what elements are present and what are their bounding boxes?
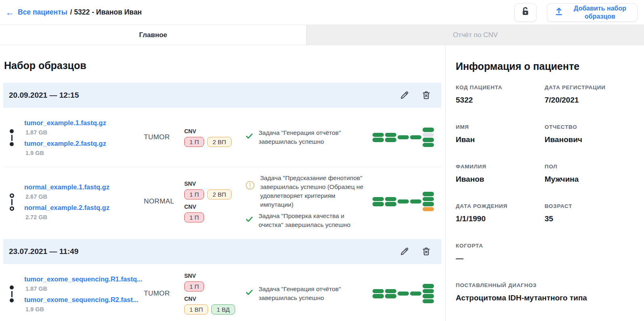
pipeline-status-graphic [373,284,434,303]
patient-field-last-name: ФАМИЛИЯ Иванов [456,164,545,184]
file-size: 1.9 GB [24,150,137,156]
file-marker-dot [10,298,14,302]
sample-row: tumor_example.1.fastq.gz 1.87 GB tumor_e… [3,108,441,167]
file-connector-line [11,135,13,141]
pipeline-status-graphic [373,192,434,211]
file-link[interactable]: normal_example.2.fastq.gz [24,204,137,212]
variant-badge[interactable]: 1 ВД [211,304,235,315]
patient-field-code: КОД ПАЦИЕНТА 5322 [456,84,545,105]
task-status-text: Задача "Генерация отчётов" завершилась у… [259,128,364,146]
success-check-icon [245,132,254,142]
file-link[interactable]: tumor_example.2.fastq.gz [24,139,137,148]
patient-field-sex: ПОЛ Мужчина [545,164,636,184]
sample-group-datetime: 20.09.2021 — 12:15 [9,91,79,100]
patient-field-middle-name: ОТЧЕСТВО Иванович [545,124,636,144]
task-statuses: Задача "Предсказание фенотипов" завершил… [245,174,369,229]
variant-badges: SNV 1 П CNV 1 ВП 1 ВД [184,273,245,315]
breadcrumb-all-patients-link[interactable]: Все пациенты [18,8,67,17]
file-link[interactable]: tumor_example.1.fastq.gz [24,119,137,127]
task-status-text: Задача "Генерация отчётов" завершилась у… [259,285,364,302]
lock-button[interactable] [514,3,537,22]
task-status-text: Задача "Предсказание фенотипов" завершил… [260,174,366,209]
file-marker-dot [10,142,14,146]
file-link[interactable]: tumor_exome_sequencing.R2.fast... [24,296,137,304]
variant-group-label: SNV [184,273,245,279]
sample-group: 23.07.2021 — 11:49 tumor_ [3,239,441,321]
sample-row: normal_example.1.fastq.gz 2.67 GB normal… [3,167,441,236]
add-sample-set-label: Добавить набор образцов [569,4,631,20]
tab-main[interactable]: Главное [0,25,306,45]
top-header: ← Все пациенты / 5322 - Иванов Иван Доба… [0,0,644,25]
variant-group-label: SNV [184,180,245,187]
variant-badge[interactable]: 1 П [184,212,204,222]
variant-badge[interactable]: 1 ВП [184,304,208,315]
patient-field-diagnosis: ПОСТАВЛЕННЫЙ ДИАГНОЗ Астроцитома IDH-мут… [456,282,636,302]
patient-field-age: ВОЗРАСТ 35 [545,203,636,223]
breadcrumb-current-patient: / 5322 - Иванов Иван [70,8,142,17]
tab-cnv-report[interactable]: Отчёт по CNV [306,25,644,45]
patient-info-panel: Информация о пациенте КОД ПАЦИЕНТА 5322 … [446,45,644,321]
variant-badge[interactable]: 1 П [184,137,204,147]
file-marker-dot [10,285,14,290]
sample-files: tumor_exome_sequencing.R1.fastq... 1.87 … [6,275,137,313]
task-status-text: Задача "Проверка качества и очистка" зав… [259,212,364,229]
sample-type-label: TUMOR [137,133,184,141]
variant-badge[interactable]: 1 П [184,189,204,199]
variant-group-label: CNV [184,128,245,134]
file-size: 1.87 GB [24,285,137,292]
sample-sets-panel: Набор образцов 20.09.2021 — 12:15 [0,45,446,321]
success-check-icon [245,215,254,225]
delete-icon[interactable] [421,90,431,101]
back-arrow-icon[interactable]: ← [6,8,14,17]
sample-row: tumor_exome_sequencing.R1.fastq... 1.87 … [3,264,441,321]
file-size: 1.9 GB [24,306,137,313]
upload-icon [554,6,564,18]
file-size: 2.72 GB [24,214,137,220]
pipeline-status-graphic [373,128,434,147]
patient-field-first-name: ИМЯ Иван [456,124,545,144]
variant-badges: CNV 1 П 2 ВП [184,128,245,147]
file-size: 2.67 GB [24,193,137,200]
patient-field-birth-date: ДАТА РОЖДЕНИЯ 1/1/1990 [456,203,545,223]
variant-badge[interactable]: 1 П [184,281,204,292]
unlock-icon [520,6,531,19]
sample-sets-title: Набор образцов [4,60,441,71]
file-marker-dot [10,193,14,198]
sample-group: 20.09.2021 — 12:15 tumor_ [3,83,441,236]
warning-icon [245,180,255,192]
sample-files: tumor_example.1.fastq.gz 1.87 GB tumor_e… [6,119,137,156]
file-connector-line [11,199,13,205]
variant-group-label: CNV [184,296,245,302]
sample-files: normal_example.1.fastq.gz 2.67 GB normal… [6,183,137,220]
edit-icon[interactable] [399,90,410,101]
sample-type-label: TUMOR [137,290,184,298]
file-link[interactable]: tumor_exome_sequencing.R1.fastq... [24,275,137,283]
variant-badges: SNV 1 П 2 ВП CNV 1 П [184,180,245,222]
tab-bar: Главное Отчёт по CNV [0,25,644,45]
file-connector-line [11,291,13,297]
sample-type-label: NORMAL [137,197,184,206]
sample-group-header: 23.07.2021 — 11:49 [3,239,441,264]
patient-info-title: Информация о пациенте [456,61,636,72]
delete-icon[interactable] [421,246,431,257]
variant-group-label: CNV [184,204,245,210]
patient-field-registration-date: ДАТА РЕГИСТРАЦИИ 7/20/2021 [545,84,636,105]
file-link[interactable]: normal_example.1.fastq.gz [24,183,137,191]
file-marker-dot [10,129,14,133]
file-marker-dot [10,206,14,211]
task-statuses: Задача "Генерация отчётов" завершилась у… [245,285,369,302]
patient-field-cohort: КОГОРТА — [456,243,636,263]
sample-group-header: 20.09.2021 — 12:15 [3,83,441,108]
add-sample-set-button[interactable]: Добавить набор образцов [547,3,638,22]
file-size: 1.87 GB [24,129,137,136]
edit-icon[interactable] [399,246,410,257]
variant-badge[interactable]: 2 ВП [207,137,231,147]
variant-badge[interactable]: 2 ВП [207,189,231,199]
task-statuses: Задача "Генерация отчётов" завершилась у… [245,128,369,146]
sample-group-datetime: 23.07.2021 — 11:49 [9,247,78,256]
success-check-icon [245,288,254,298]
